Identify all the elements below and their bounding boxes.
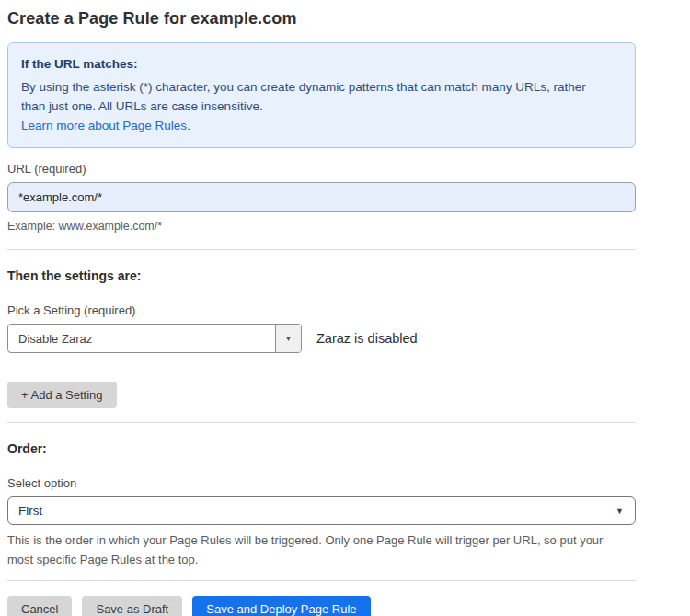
page-title: Create a Page Rule for example.com (7, 9, 636, 29)
url-match-info-box: If the URL matches: By using the asteris… (7, 42, 636, 148)
setting-picker-value: Disable Zaraz (8, 325, 275, 352)
setting-status-text: Zaraz is disabled (316, 331, 418, 346)
order-helper-text: This is the order in which your Page Rul… (7, 530, 626, 569)
select-caret-icon: ▼ (615, 507, 624, 516)
setting-picker-dropdown[interactable]: Disable Zaraz ▼ (7, 324, 302, 353)
divider (7, 249, 636, 250)
learn-more-link[interactable]: Learn more about Page Rules (21, 119, 187, 132)
url-input[interactable] (7, 182, 636, 212)
add-setting-button[interactable]: + Add a Setting (7, 382, 117, 408)
pick-setting-label: Pick a Setting (required) (7, 303, 636, 317)
url-example-helper: Example: www.example.com/* (7, 218, 636, 235)
link-suffix: . (187, 119, 190, 132)
setting-row: Disable Zaraz ▼ Zaraz is disabled (7, 324, 636, 353)
save-as-draft-button[interactable]: Save as Draft (82, 596, 182, 616)
form-actions: Cancel Save as Draft Save and Deploy Pag… (7, 596, 636, 616)
info-box-body: By using the asterisk (*) character, you… (21, 77, 603, 116)
url-label: URL (required) (7, 162, 636, 176)
settings-section-heading: Then the settings are: (7, 268, 636, 283)
divider (7, 422, 636, 423)
dropdown-caret-icon[interactable]: ▼ (275, 325, 301, 352)
order-select-value: First (18, 504, 42, 518)
page-rule-form: Create a Page Rule for example.com If th… (0, 0, 636, 616)
save-and-deploy-button[interactable]: Save and Deploy Page Rule (192, 596, 370, 616)
info-box-heading: If the URL matches: (21, 54, 622, 74)
divider (7, 580, 636, 581)
info-link-line: Learn more about Page Rules. (21, 116, 622, 135)
select-option-label: Select option (7, 476, 636, 490)
order-select[interactable]: First ▼ (7, 496, 636, 525)
cancel-button[interactable]: Cancel (7, 596, 72, 616)
order-section-heading: Order: (7, 441, 636, 456)
